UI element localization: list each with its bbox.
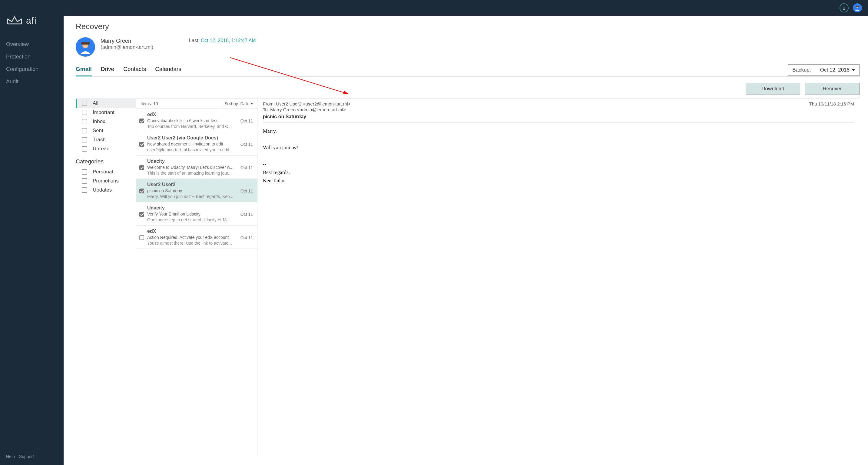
checkbox-icon[interactable] <box>82 137 87 143</box>
folder-important[interactable]: Important <box>76 108 136 117</box>
tabs: Gmail Drive Contacts Calendars <box>76 63 181 77</box>
tab-contacts[interactable]: Contacts <box>123 63 146 77</box>
support-link[interactable]: Support <box>19 454 34 459</box>
preview-from: From: User2 User2 <user2@lemon-tart.ml> <box>263 101 350 107</box>
folder-label: Personal <box>93 169 113 175</box>
person-icon <box>78 40 93 54</box>
message-date: Oct 11 <box>241 158 253 175</box>
message-preview: You're almost there! Use the link to act… <box>147 241 238 245</box>
svg-rect-1 <box>856 6 859 7</box>
brand-name: afi <box>26 16 37 26</box>
message-subject: Gain valuable skills in 6 weeks or less <box>147 118 238 123</box>
tab-calendars[interactable]: Calendars <box>155 63 181 77</box>
checkbox-icon[interactable] <box>139 142 144 147</box>
last-backup-value: Oct 12, 2018, 1:12:47 AM <box>201 38 256 43</box>
folders-pane: All Important Inbox Sent Trash Unread Ca… <box>76 99 136 457</box>
message-date: Oct 11 <box>241 135 253 152</box>
checkbox-icon[interactable] <box>82 187 87 193</box>
recover-button[interactable]: Recover <box>805 83 860 95</box>
message-row[interactable]: edXGain valuable skills in 6 weeks or le… <box>136 109 257 132</box>
preview-date: Thu 10/11/18 2:16 PM <box>809 101 854 107</box>
folder-label: Inbox <box>93 118 105 124</box>
message-row[interactable]: User2 User2picnic on SaturdayMarry, Will… <box>136 179 257 202</box>
folder-label: Important <box>93 110 115 116</box>
checkbox-icon[interactable] <box>139 212 144 217</box>
nav-audit[interactable]: Audit <box>0 76 64 88</box>
checkbox-icon[interactable] <box>139 165 144 170</box>
actions-row: Download Recover <box>76 83 860 95</box>
main-nav: Overview Protection Configuration Audit <box>0 38 64 88</box>
message-sender: edX <box>147 112 238 117</box>
crown-icon <box>6 15 23 26</box>
message-date: Oct 11 <box>241 229 253 245</box>
categories-heading: Categories <box>76 153 136 167</box>
category-updates[interactable]: Updates <box>76 185 136 195</box>
sort-value: Date <box>240 101 249 106</box>
category-personal[interactable]: Personal <box>76 167 136 176</box>
tab-gmail[interactable]: Gmail <box>76 63 92 77</box>
message-preview: user2@lemon-tart.ml has invited you to e… <box>147 147 238 152</box>
person-icon <box>854 4 861 11</box>
checkbox-icon[interactable] <box>82 110 87 115</box>
message-sender: edX <box>147 229 238 234</box>
folder-inbox[interactable]: Inbox <box>76 117 136 126</box>
download-button[interactable]: Download <box>746 83 800 95</box>
message-subject: New shared document - Invitation to edit <box>147 142 238 146</box>
folder-label: Promotions <box>93 178 119 184</box>
chevron-down-icon <box>852 69 855 71</box>
checkbox-icon[interactable] <box>82 119 87 124</box>
sort-by[interactable]: Sort by: Date <box>224 101 253 106</box>
message-row[interactable]: edXAction Required: Activate your edX ac… <box>136 226 257 249</box>
brand-logo: afi <box>0 6 64 38</box>
help-link[interactable]: Help <box>6 454 15 459</box>
tab-drive[interactable]: Drive <box>101 63 114 77</box>
message-sender: Udacity <box>147 205 238 211</box>
checkbox-icon[interactable] <box>82 128 87 134</box>
checkbox-icon[interactable] <box>139 235 144 240</box>
messages-pane: Items: 10 Sort by: Date edXGain valuable… <box>136 99 257 457</box>
user-info: Marry Green (admin@lemon-tart.ml) <box>100 37 153 50</box>
checkbox-icon[interactable] <box>139 188 144 194</box>
user-avatar <box>76 37 95 57</box>
message-row[interactable]: User2 User2 (via Google Docs)New shared … <box>136 132 257 155</box>
checkbox-icon[interactable] <box>82 178 87 184</box>
preview-body: Marry, Will you join us? -- Best regards… <box>263 127 854 184</box>
backup-selector[interactable]: Backup: Oct 12, 2018 <box>788 64 860 76</box>
folder-trash[interactable]: Trash <box>76 135 136 144</box>
checkbox-icon[interactable] <box>82 169 87 175</box>
last-backup-label: Last: <box>189 38 201 43</box>
message-subject: Welcome to Udacity, Marry! Let's discove… <box>147 165 238 170</box>
nav-protection[interactable]: Protection <box>0 51 64 63</box>
message-date: Oct 11 <box>241 205 253 222</box>
page-title: Recovery <box>76 22 860 31</box>
checkbox-icon[interactable] <box>82 146 87 151</box>
folder-unread[interactable]: Unread <box>76 144 136 153</box>
message-date: Oct 11 <box>241 182 253 199</box>
message-sender: Udacity <box>147 158 238 164</box>
checkbox-icon[interactable] <box>82 100 87 106</box>
nav-overview[interactable]: Overview <box>0 38 64 51</box>
message-row[interactable]: UdacityVerify Your Email on UdacityOne m… <box>136 202 257 226</box>
message-preview: Top courses from Harvard, Berkeley, and … <box>147 124 238 129</box>
message-sender: User2 User2 (via Google Docs) <box>147 135 238 141</box>
folder-all[interactable]: All <box>76 99 136 108</box>
message-subject: picnic on Saturday <box>147 188 238 193</box>
category-promotions[interactable]: Promotions <box>76 176 136 185</box>
topbar: 2 <box>64 0 868 16</box>
message-row[interactable]: UdacityWelcome to Udacity, Marry! Let's … <box>136 155 257 179</box>
tabs-row: Gmail Drive Contacts Calendars Backup: O… <box>76 63 860 77</box>
notifications-badge[interactable]: 2 <box>840 3 848 12</box>
nav-configuration[interactable]: Configuration <box>0 63 64 76</box>
sort-label: Sort by: <box>224 101 239 106</box>
checkbox-icon[interactable] <box>139 118 144 123</box>
message-preview: One more step to get started Udacity Hi … <box>147 217 238 222</box>
sidebar: afi Overview Protection Configuration Au… <box>0 0 64 465</box>
avatar[interactable] <box>853 3 862 12</box>
last-backup: Last: Oct 12, 2018, 1:12:47 AM <box>189 37 256 43</box>
user-name: Marry Green <box>100 38 153 44</box>
items-count: Items: 10 <box>141 101 158 106</box>
three-columns: All Important Inbox Sent Trash Unread Ca… <box>76 98 860 457</box>
message-preview: This is the start of an amazing learning… <box>147 171 238 175</box>
message-sender: User2 User2 <box>147 182 238 187</box>
folder-sent[interactable]: Sent <box>76 126 136 135</box>
